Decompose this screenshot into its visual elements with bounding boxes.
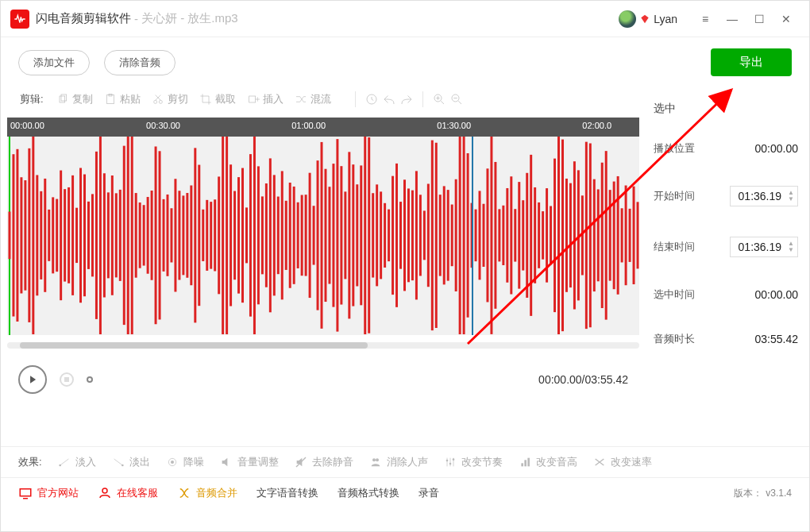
footer: 官方网站 在线客服 音频合并 文字语音转换 音频格式转换 录音 版本： v3.1… xyxy=(1,477,809,508)
version-label: 版本： xyxy=(734,487,762,500)
trim-silence-button[interactable]: 去除静音 xyxy=(295,455,353,469)
play-pos-label: 播放位置 xyxy=(654,141,695,156)
close-button[interactable]: ✕ xyxy=(773,8,800,30)
end-time-label: 结束时间 xyxy=(654,240,695,254)
sel-time-label: 选中时间 xyxy=(654,287,695,302)
cut-button[interactable]: 剪切 xyxy=(147,91,193,108)
player-row: 00:00.00/03:55.42 xyxy=(4,356,642,403)
fadein-button[interactable]: 淡入 xyxy=(58,455,96,469)
svg-point-178 xyxy=(449,463,451,465)
volume-knob[interactable] xyxy=(87,376,93,383)
tick: 01:30.00 xyxy=(437,121,471,130)
maximize-button[interactable]: ☐ xyxy=(746,8,773,30)
record-link[interactable]: 录音 xyxy=(418,486,439,500)
svg-rect-1 xyxy=(61,94,67,101)
pitch-button[interactable]: 改变音高 xyxy=(519,455,577,469)
scroll-thumb[interactable] xyxy=(20,342,368,349)
tick: 01:00.00 xyxy=(291,121,326,130)
end-time-input[interactable]: 01:36.19 ▲▼ xyxy=(730,237,798,257)
play-pos-value: 00:00.00 xyxy=(755,142,799,155)
tick: 00:00.00 xyxy=(10,121,44,130)
version-value: v3.1.4 xyxy=(766,488,792,499)
avatar[interactable] xyxy=(619,10,636,28)
minimize-button[interactable]: — xyxy=(719,8,746,30)
redo-icon[interactable] xyxy=(399,91,415,107)
mix-button[interactable]: 混流 xyxy=(290,91,336,108)
zoom-in-icon[interactable] xyxy=(431,91,447,107)
edit-toolbar: 剪辑: 复制 粘贴 剪切 截取 插入 混流 xyxy=(4,86,642,118)
end-spinner[interactable]: ▲▼ xyxy=(788,241,794,253)
file-name: 关心妍 - 放生.mp3 xyxy=(141,11,238,26)
side-panel: 选中 播放位置 00:00.00 开始时间 01:36.19 ▲▼ 结束时间 0… xyxy=(642,86,809,443)
volume-button[interactable]: 音量调整 xyxy=(220,455,279,469)
stop-button[interactable] xyxy=(60,372,74,387)
editor-pane: 剪辑: 复制 粘贴 剪切 截取 插入 混流 xyxy=(1,86,642,443)
format-convert-link[interactable]: 音频格式转换 xyxy=(338,486,399,500)
effects-label: 效果: xyxy=(18,455,42,469)
fadeout-button[interactable]: 淡出 xyxy=(112,455,150,469)
waveform-area[interactable] xyxy=(7,137,639,335)
effects-row: 效果: 淡入 淡出 降噪 音量调整 去除静音 消除人声 改变节奏 改变音高 改变… xyxy=(1,446,809,477)
horizontal-scrollbar[interactable] xyxy=(7,342,639,349)
toolbar-label: 剪辑: xyxy=(20,92,44,106)
audio-merge-link[interactable]: 音频合并 xyxy=(177,486,237,500)
svg-rect-6 xyxy=(249,96,255,102)
svg-point-175 xyxy=(372,458,376,461)
duration-value: 03:55.42 xyxy=(755,333,799,345)
support-chat-link[interactable]: 在线客服 xyxy=(98,486,158,500)
sel-time-value: 00:00.00 xyxy=(755,288,799,301)
insert-button[interactable]: 插入 xyxy=(242,91,288,108)
timeline-ruler[interactable]: 00:00.00 00:30.00 01:00.00 01:30.00 02:0… xyxy=(7,118,639,137)
waveform xyxy=(7,137,639,334)
svg-point-176 xyxy=(376,458,379,461)
undo-icon[interactable] xyxy=(381,91,397,107)
tempo-button[interactable]: 改变节奏 xyxy=(444,455,503,469)
gem-icon xyxy=(639,13,650,25)
svg-point-5 xyxy=(159,100,162,103)
start-spinner[interactable]: ▲▼ xyxy=(788,191,794,202)
tick: 00:30.00 xyxy=(146,121,180,130)
tts-link[interactable]: 文字语音转换 xyxy=(256,486,318,500)
add-file-button[interactable]: 添加文件 xyxy=(18,50,90,75)
svg-rect-180 xyxy=(521,463,523,466)
tick: 02:00.0 xyxy=(582,121,611,130)
action-row: 添加文件 清除音频 导出 xyxy=(1,37,809,86)
duration-label: 音频时长 xyxy=(654,332,695,346)
history-icon[interactable] xyxy=(364,91,380,107)
menu-button[interactable]: ≡ xyxy=(692,8,719,30)
paste-button[interactable]: 粘贴 xyxy=(99,91,145,108)
scrollbar-row xyxy=(7,340,639,351)
remove-vocal-button[interactable]: 消除人声 xyxy=(369,455,428,469)
svg-rect-182 xyxy=(527,458,530,467)
svg-point-4 xyxy=(153,100,156,103)
app-title: 闪电音频剪辑软件 xyxy=(36,11,131,26)
official-site-link[interactable]: 官方网站 xyxy=(18,486,79,500)
playhead[interactable] xyxy=(472,137,473,335)
svg-rect-0 xyxy=(60,96,65,102)
svg-point-177 xyxy=(446,460,448,462)
crop-button[interactable]: 截取 xyxy=(195,91,241,108)
selection-header: 选中 xyxy=(654,102,798,116)
app-logo xyxy=(10,10,29,29)
svg-point-179 xyxy=(452,458,454,461)
username[interactable]: Lyan xyxy=(654,13,677,25)
time-display: 00:00.00/03:55.42 xyxy=(538,373,628,386)
svg-rect-183 xyxy=(20,489,31,496)
svg-point-185 xyxy=(102,488,107,493)
play-button[interactable] xyxy=(18,365,47,394)
svg-point-171 xyxy=(122,465,124,467)
svg-point-170 xyxy=(59,465,61,467)
title-sep: - xyxy=(134,12,138,25)
title-bar: 闪电音频剪辑软件 - 关心妍 - 放生.mp3 Lyan ≡ — ☐ ✕ xyxy=(1,1,809,37)
speed-button[interactable]: 改变速率 xyxy=(593,455,652,469)
export-button[interactable]: 导出 xyxy=(711,48,792,76)
start-time-input[interactable]: 01:36.19 ▲▼ xyxy=(730,186,798,206)
svg-rect-181 xyxy=(524,460,526,466)
main-area: 剪辑: 复制 粘贴 剪切 截取 插入 混流 xyxy=(1,86,809,443)
denoise-button[interactable]: 降噪 xyxy=(166,455,204,469)
copy-button[interactable]: 复制 xyxy=(52,91,98,108)
svg-point-172 xyxy=(171,461,174,464)
start-time-label: 开始时间 xyxy=(654,189,695,203)
clear-audio-button[interactable]: 清除音频 xyxy=(104,50,176,75)
zoom-out-icon[interactable] xyxy=(449,91,465,107)
